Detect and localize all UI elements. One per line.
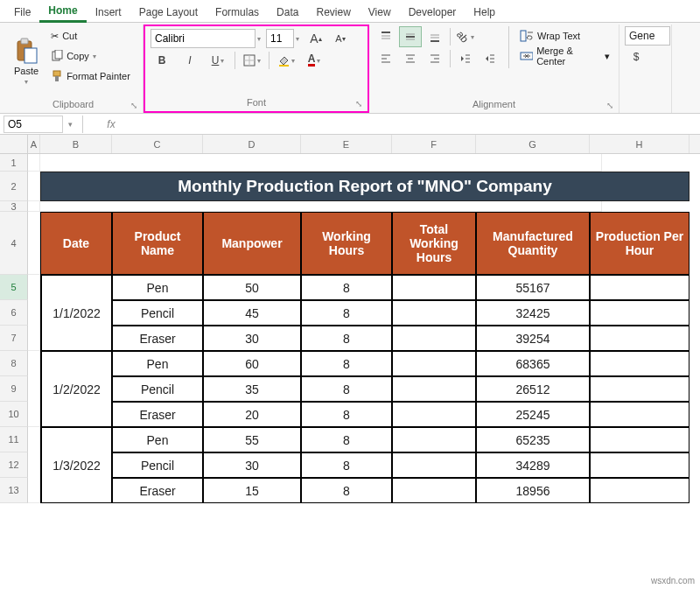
cell[interactable]: 45 (203, 300, 301, 326)
merge-center-button[interactable]: Merge & Center ▾ (516, 46, 613, 66)
cell[interactable] (590, 275, 690, 300)
cell[interactable]: Eraser (112, 326, 203, 351)
cell[interactable]: 18956 (476, 478, 590, 503)
row-header-12[interactable]: 12 (0, 452, 28, 478)
cell[interactable]: 15 (203, 478, 301, 503)
orientation-button[interactable]: ab▾ (454, 26, 477, 47)
cell[interactable] (392, 402, 476, 427)
cell[interactable] (392, 427, 476, 452)
cell-date[interactable]: 1/1/2022 (40, 275, 112, 351)
cell[interactable]: Pencil (112, 300, 203, 326)
font-size-combo[interactable] (266, 29, 294, 48)
cell[interactable]: 68365 (476, 351, 590, 376)
wrap-text-button[interactable]: Wrap Text (516, 26, 613, 46)
tab-home[interactable]: Home (39, 1, 86, 23)
font-name-dropdown[interactable]: ▾ (257, 35, 264, 43)
cell[interactable] (590, 376, 690, 402)
cell[interactable]: 65235 (476, 427, 590, 452)
cell[interactable]: 30 (203, 326, 301, 351)
cell-date[interactable]: 1/2/2022 (40, 351, 112, 427)
fill-color-button[interactable]: ▾ (275, 50, 298, 71)
copy-button[interactable]: Copy ▾ (47, 46, 134, 66)
alignment-launcher[interactable]: ⤡ (606, 101, 613, 110)
tab-data[interactable]: Data (268, 3, 307, 22)
underline-button[interactable]: U▾ (206, 50, 229, 71)
number-format-combo[interactable]: Gene (625, 26, 670, 46)
cell[interactable] (392, 275, 476, 300)
cell[interactable] (392, 300, 476, 326)
row-header-13[interactable]: 13 (0, 478, 28, 503)
col-header-b[interactable]: B (40, 135, 112, 153)
cell[interactable]: 25245 (476, 402, 590, 427)
cell[interactable]: 8 (301, 427, 392, 452)
cell[interactable]: 20 (203, 402, 301, 427)
format-painter-button[interactable]: Format Painter (47, 67, 134, 86)
font-name-combo[interactable] (150, 29, 256, 48)
decrease-indent-button[interactable] (454, 48, 477, 69)
cell-date[interactable]: 1/3/2022 (40, 427, 112, 503)
cell[interactable]: 39254 (476, 326, 590, 351)
tab-help[interactable]: Help (465, 3, 504, 22)
cell[interactable] (590, 402, 690, 427)
decrease-font-button[interactable]: A▾ (329, 28, 352, 49)
row-header-1[interactable]: 1 (0, 154, 28, 172)
col-header-g[interactable]: G (476, 135, 590, 153)
cell[interactable]: 30 (203, 452, 301, 478)
align-right-button[interactable] (424, 48, 446, 69)
tab-review[interactable]: Review (307, 3, 359, 22)
cell[interactable]: Eraser (112, 478, 203, 503)
cell[interactable]: 8 (301, 300, 392, 326)
row-header-3[interactable]: 3 (0, 201, 28, 212)
row-header-5[interactable]: 5 (0, 275, 28, 300)
cell[interactable] (392, 326, 476, 351)
align-center-button[interactable] (399, 48, 422, 69)
row-header-6[interactable]: 6 (0, 300, 28, 326)
cell[interactable] (590, 478, 690, 503)
select-all-triangle[interactable] (0, 135, 28, 153)
tab-page-layout[interactable]: Page Layout (130, 3, 206, 22)
cut-button[interactable]: ✂ Cut (47, 26, 134, 46)
cell[interactable]: 55 (203, 427, 301, 452)
tab-view[interactable]: View (360, 3, 400, 22)
cell[interactable] (392, 478, 476, 503)
cell[interactable]: Pen (112, 351, 203, 376)
cell[interactable]: 8 (301, 351, 392, 376)
tab-file[interactable]: File (5, 3, 39, 22)
cell[interactable]: 35 (203, 376, 301, 402)
cell[interactable]: 8 (301, 275, 392, 300)
paste-button[interactable]: Paste ▾ (9, 26, 44, 97)
col-header-f[interactable]: F (392, 135, 476, 153)
cell[interactable]: 26512 (476, 376, 590, 402)
col-header-h[interactable]: H (590, 135, 690, 153)
align-middle-button[interactable] (399, 26, 422, 47)
align-left-button[interactable] (374, 48, 397, 69)
row-header-7[interactable]: 7 (0, 326, 28, 351)
increase-font-button[interactable]: A▴ (304, 28, 327, 49)
cell[interactable]: 8 (301, 402, 392, 427)
cell[interactable] (590, 452, 690, 478)
align-top-button[interactable] (374, 26, 397, 47)
name-box-dropdown[interactable]: ▾ (63, 120, 77, 129)
cell[interactable]: 8 (301, 376, 392, 402)
row-header-8[interactable]: 8 (0, 351, 28, 376)
cell[interactable]: Pencil (112, 452, 203, 478)
borders-button[interactable]: ▾ (241, 50, 263, 71)
cell[interactable] (392, 452, 476, 478)
cell[interactable]: 55167 (476, 275, 590, 300)
cell[interactable] (590, 326, 690, 351)
fx-button[interactable]: fx (101, 118, 122, 130)
cell[interactable] (392, 351, 476, 376)
cell[interactable]: 60 (203, 351, 301, 376)
cell[interactable]: Pen (112, 427, 203, 452)
cell[interactable]: 8 (301, 452, 392, 478)
name-box[interactable] (4, 116, 63, 133)
align-bottom-button[interactable] (424, 26, 446, 47)
cell[interactable] (590, 300, 690, 326)
col-header-d[interactable]: D (203, 135, 301, 153)
cell[interactable]: 8 (301, 326, 392, 351)
cell[interactable] (590, 427, 690, 452)
font-launcher[interactable]: ⤡ (355, 99, 362, 109)
cell[interactable] (590, 351, 690, 376)
cell[interactable]: 50 (203, 275, 301, 300)
cell[interactable]: 34289 (476, 452, 590, 478)
